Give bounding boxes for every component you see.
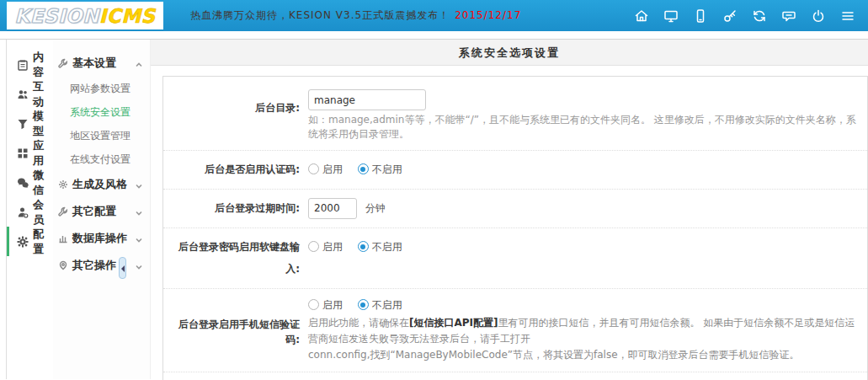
refresh-icon[interactable]: [751, 8, 768, 24]
menu-item-region-settings[interactable]: 地区设置管理: [53, 124, 150, 147]
left-edge-divider: [0, 40, 7, 379]
form-row-backend-dir: 后台目录: 如：manage,admin等等，不能带“/”，且不能与系统里已有的…: [163, 82, 867, 151]
menu-group-label: 其它配置: [72, 204, 116, 219]
field-label: 后台登录密码启用软键盘输入:: [167, 236, 308, 280]
menu-group-label: 基本设置: [72, 56, 116, 71]
wechat-icon: [17, 177, 29, 189]
nav-item-apps[interactable]: 应用: [7, 138, 53, 168]
announcement-date: 2015/12/17: [455, 9, 521, 21]
nav-item-label: 模型: [33, 109, 53, 139]
menu-item-system-security[interactable]: 系统安全设置: [53, 100, 150, 124]
form-row-login-expire: 后台登录过期时间: 分钟: [163, 190, 867, 228]
menu-group-other-config[interactable]: 其它配置: [53, 198, 150, 225]
radio-option-enable[interactable]: 启用: [308, 299, 343, 311]
menu-group-other-ops[interactable]: 其它操作: [53, 252, 150, 279]
radio-selected-icon[interactable]: [358, 241, 369, 252]
menu-item-site-params[interactable]: 网站参数设置: [53, 77, 150, 100]
field-unit: 分钟: [365, 202, 386, 214]
member-icon: [17, 206, 29, 218]
radio-icon[interactable]: [308, 299, 319, 310]
funnel-icon: [17, 118, 29, 130]
radio-label: 不启用: [372, 241, 402, 253]
logo[interactable]: KESIONICMS: [7, 2, 163, 29]
menu-icon[interactable]: [839, 8, 856, 24]
chart-icon: [58, 233, 68, 244]
chevron-down-icon: [135, 207, 143, 216]
topbar-icon-group: [633, 8, 856, 24]
menu-group-label: 数据库操作: [72, 231, 127, 246]
clipboard-icon: [17, 59, 29, 71]
radio-label: 不启用: [372, 163, 402, 175]
menu-group-generate-style[interactable]: 生成及风格: [53, 171, 150, 198]
form-row-sms-verify: 后台登录启用手机短信验证码: 启用 不启用 启用此功能，请确保在[短信接口API…: [163, 289, 867, 372]
radio-option-disable[interactable]: 不启用: [358, 241, 402, 253]
radio-option-disable[interactable]: 不启用: [358, 299, 402, 311]
field-label: 后台目录:: [167, 89, 308, 142]
mobile-icon[interactable]: [692, 8, 709, 24]
gear-flower-icon: [58, 179, 68, 190]
sidebar-collapse-handle[interactable]: [119, 257, 126, 279]
login-expire-input[interactable]: [308, 198, 357, 219]
gear-icon: [17, 236, 29, 248]
nav-item-label: 互动: [33, 79, 53, 110]
radio-selected-icon[interactable]: [358, 163, 369, 174]
menu-item-online-payment[interactable]: 在线支付设置: [53, 147, 150, 171]
wrench-icon: [58, 206, 68, 217]
form-row-soft-keyboard: 后台登录密码启用软键盘输入: 启用 不启用: [163, 228, 867, 289]
secondary-nav: 基本设置 网站参数设置 系统安全设置 地区设置管理 在线支付设置 生成及风格 其…: [53, 40, 151, 379]
sms-api-config-link[interactable]: [短信接口API配置]: [409, 317, 498, 329]
radio-label: 启用: [322, 163, 343, 175]
primary-nav: 内容 互动 模型 应用 微信 会员 配置: [7, 40, 53, 379]
nav-item-model[interactable]: 模型: [7, 109, 53, 138]
backend-dir-input[interactable]: [308, 89, 426, 110]
logo-text-primary: KESION: [14, 5, 99, 27]
grid-icon: [17, 147, 29, 159]
chevron-down-icon: [135, 180, 143, 189]
radio-icon[interactable]: [308, 241, 319, 252]
menu-group-basic-settings[interactable]: 基本设置: [53, 50, 150, 77]
top-bar: KESIONICMS 热血沸腾万众期待，KESION V3.5正式版震撼发布！2…: [0, 0, 868, 31]
menu-group-label: 其它操作: [72, 258, 116, 273]
radio-selected-icon[interactable]: [358, 299, 369, 310]
key-icon[interactable]: [722, 8, 738, 24]
power-icon[interactable]: [810, 8, 827, 24]
monitor-icon[interactable]: [663, 8, 679, 24]
menu-group-database-ops[interactable]: 数据库操作: [53, 225, 150, 252]
announcement: 热血沸腾万众期待，KESION V3.5正式版震撼发布！2015/12/17: [190, 8, 521, 23]
radio-label: 启用: [322, 241, 343, 253]
nav-item-wechat[interactable]: 微信: [7, 168, 53, 197]
nav-item-members[interactable]: 会员: [7, 197, 53, 227]
comment-icon[interactable]: [780, 8, 797, 24]
nav-item-label: 配置: [33, 227, 53, 257]
nav-item-interact[interactable]: 互动: [7, 79, 53, 109]
nav-item-content[interactable]: 内容: [7, 50, 53, 79]
description-text: conn.config,找到“ManageByMobileCode”节点，将其设…: [308, 349, 800, 361]
nav-item-label: 内容: [33, 50, 53, 80]
radio-option-enable[interactable]: 启用: [308, 163, 343, 175]
field-label: 后台是否启用认证码:: [167, 158, 308, 180]
chevron-down-icon: [135, 234, 143, 243]
main-area: 系统安全选项设置 后台目录: 如：manage,admin等等，不能带“/”，且…: [151, 40, 868, 379]
pin-icon: [58, 260, 68, 270]
wrench-icon: [58, 58, 68, 68]
radio-icon[interactable]: [308, 163, 319, 174]
radio-label: 启用: [322, 299, 343, 311]
page-body: 内容 互动 模型 应用 微信 会员 配置 基本设置: [0, 39, 868, 379]
logo-text-secondary: ICMS: [99, 5, 156, 27]
nav-item-label: 应用: [33, 138, 53, 169]
menu-group-label: 生成及风格: [72, 177, 127, 192]
chevron-up-icon: [135, 59, 143, 67]
field-label: 后台登录启用手机短信验证码:: [167, 297, 308, 363]
form-row-backend-captcha: 后台是否启用认证码: 启用 不启用: [163, 151, 867, 190]
home-icon[interactable]: [633, 8, 650, 24]
field-label: 后台登录过期时间:: [167, 197, 308, 219]
radio-label: 不启用: [372, 299, 402, 311]
page-title: 系统安全选项设置: [151, 40, 868, 66]
nav-item-config[interactable]: 配置: [7, 227, 53, 256]
radio-option-disable[interactable]: 不启用: [358, 163, 402, 175]
field-description: 启用此功能，请确保在[短信接口API配置]里有可用的接口短信，并且有可用短信余额…: [308, 315, 857, 363]
chevron-down-icon: [135, 261, 143, 270]
nav-item-label: 会员: [33, 197, 53, 227]
radio-option-enable[interactable]: 启用: [308, 241, 343, 253]
users-icon: [17, 88, 29, 100]
